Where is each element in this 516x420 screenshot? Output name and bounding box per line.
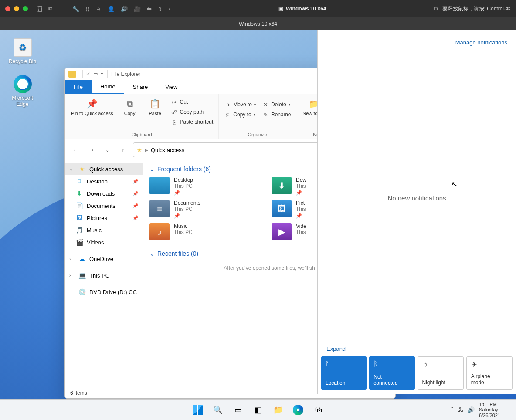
nav-history-button[interactable]: ⌄ <box>102 144 113 156</box>
sidebar-item-downloads[interactable]: ⬇Downloads📌 <box>65 187 143 200</box>
share-icon[interactable]: ⇪ <box>158 6 163 12</box>
chevron-down-icon: ⌄ <box>149 250 155 257</box>
volume-icon[interactable]: 🔊 <box>468 406 475 413</box>
tile-bluetooth[interactable]: ᛒNotconnected <box>369 356 414 390</box>
maximize-window-icon[interactable] <box>23 6 28 11</box>
file-explorer-taskbar[interactable]: 📁 <box>272 404 284 416</box>
move-to-button[interactable]: ➔Move to▾ <box>222 100 258 109</box>
copy-path-button[interactable]: ☍Copy path <box>169 108 215 116</box>
recycle-bin-label: Recycle Bin <box>6 58 39 64</box>
taskbar-clock[interactable]: 1:51 PM Saturday 6/26/2021 <box>479 402 500 418</box>
pin-icon: 📌 <box>132 215 139 221</box>
close-window-icon[interactable] <box>5 6 10 11</box>
tab-view[interactable]: View <box>156 80 186 94</box>
pictures-icon: 🖼 <box>75 214 83 222</box>
delete-button[interactable]: ✕Delete▾ <box>260 100 292 109</box>
moveto-icon: ➔ <box>224 101 231 108</box>
recycle-bin[interactable]: Recycle Bin <box>6 38 39 64</box>
pin-icon: 📌 <box>86 98 98 110</box>
panes-icon[interactable]: ⿲ <box>37 6 42 12</box>
store-taskbar[interactable]: 🛍 <box>312 404 324 416</box>
print-icon[interactable]: 🖨 <box>96 6 102 12</box>
folder-icon <box>68 71 76 78</box>
music-folder-icon: ♪ <box>149 223 170 240</box>
tile-airplane-mode[interactable]: ✈Airplanemode <box>466 356 513 390</box>
sidebar-item-quick-access[interactable]: ⌄★Quick access <box>65 163 143 175</box>
action-center-button[interactable] <box>505 406 513 413</box>
copy-to-button[interactable]: ⎘Copy to▾ <box>222 110 258 119</box>
location-icon: ⟟ <box>326 360 362 368</box>
sidebar-item-music[interactable]: 🎵Music <box>65 224 143 236</box>
wrench-icon[interactable]: 🔧 <box>72 6 79 12</box>
start-button[interactable] <box>192 404 204 416</box>
edge-icon <box>14 75 32 93</box>
search-button[interactable]: 🔍 <box>212 404 224 416</box>
pin-icon: 📌 <box>174 190 193 196</box>
sidebar-item-pictures[interactable]: 🖼Pictures📌 <box>65 212 143 224</box>
qat-newfolder-icon[interactable]: ▭ <box>93 71 98 77</box>
breadcrumb-text: Quick access <box>151 147 184 153</box>
sidebar-item-documents[interactable]: 📄Documents📌 <box>65 200 143 212</box>
copy-icon: ⧉ <box>124 98 136 110</box>
qat-dropdown-icon[interactable]: ▼ <box>100 72 104 76</box>
tile-night-light[interactable]: ☼Night light <box>418 356 464 390</box>
nav-up-button[interactable]: ↑ <box>117 144 129 156</box>
network-icon[interactable]: 🖧 <box>458 406 463 413</box>
task-view-button[interactable]: ▭ <box>232 404 244 416</box>
tab-file[interactable]: File <box>65 80 92 94</box>
nav-forward-button[interactable]: → <box>86 144 97 156</box>
no-notifications-text: No new notifications <box>387 194 446 202</box>
desktop[interactable]: Recycle Bin Microsoft Edge ☑ ▭ ▼ File Ex… <box>0 30 516 420</box>
star-icon: ★ <box>137 147 142 153</box>
copy-button[interactable]: ⧉Copy <box>119 96 141 118</box>
folder-documents[interactable]: ≡DocumentsThis PC📌 <box>149 200 263 219</box>
tray-chevron-icon[interactable]: ˆ <box>452 406 453 413</box>
manage-notifications-link[interactable]: Manage notifications <box>455 39 507 46</box>
nav-back-button[interactable]: ← <box>70 144 81 156</box>
tile-location[interactable]: ⟟Location <box>321 356 367 390</box>
star-icon: ★ <box>78 165 86 173</box>
speaker-icon[interactable]: 🔊 <box>121 6 128 12</box>
window-title: File Explorer <box>111 71 140 77</box>
downloads-folder-icon: ⬇ <box>272 177 292 194</box>
microsoft-edge[interactable]: Microsoft Edge <box>6 75 39 107</box>
pc-icon: 💻 <box>78 271 86 279</box>
onedrive-icon: ☁ <box>78 255 86 263</box>
pin-icon: 📌 <box>132 179 139 184</box>
window-traffic-lights <box>5 6 28 11</box>
code-icon[interactable]: ⟨⟩ <box>85 6 90 12</box>
tab-home[interactable]: Home <box>92 80 124 94</box>
cut-button[interactable]: ✂Cut <box>169 98 215 106</box>
edge-taskbar[interactable] <box>292 404 304 416</box>
delete-icon: ✕ <box>262 101 269 108</box>
tab-share[interactable]: Share <box>124 80 157 94</box>
video-icon: 🎬 <box>75 238 83 246</box>
paste-icon: 📋 <box>149 98 161 110</box>
pictures-folder-icon: 🖼 <box>272 200 292 217</box>
user-icon[interactable]: 👤 <box>108 6 115 12</box>
organize-group-label: Organize <box>222 131 292 138</box>
sidebar-item-onedrive[interactable]: ›☁OneDrive <box>65 253 143 265</box>
expand-button[interactable]: Expand <box>326 345 346 352</box>
disc-icon: 💿 <box>78 288 86 296</box>
camera-icon[interactable]: 🎥 <box>134 6 141 12</box>
folder-desktop[interactable]: DesktopThis PC📌 <box>149 177 263 196</box>
recycle-bin-icon <box>14 38 32 57</box>
copy-icon[interactable]: ⧉ <box>434 6 438 12</box>
pin-quick-access-button[interactable]: 📌Pin to Quick access <box>68 96 116 118</box>
vm-tab-bar[interactable]: Windows 10 x64 <box>0 17 516 30</box>
sidebar-item-this-pc[interactable]: ›💻This PC <box>65 269 143 281</box>
sidebar-item-desktop[interactable]: 🖥Desktop📌 <box>65 175 143 187</box>
edge-label: Microsoft Edge <box>6 95 39 107</box>
minimize-window-icon[interactable] <box>14 6 19 11</box>
widgets-button[interactable]: ◧ <box>252 404 264 416</box>
folder-music[interactable]: ♪MusicThis PC <box>149 223 263 240</box>
usb-icon[interactable]: ⇋ <box>147 6 152 12</box>
paste-button[interactable]: 📋Paste <box>144 96 166 118</box>
sidebar-item-dvd[interactable]: 💿DVD Drive (D:) CC <box>65 286 143 298</box>
snapshot-icon[interactable]: ⧉ <box>48 5 52 12</box>
paste-shortcut-button[interactable]: ⎘Paste shortcut <box>169 118 215 126</box>
sidebar-item-videos[interactable]: 🎬Videos <box>65 236 143 248</box>
rename-button[interactable]: ✎Rename <box>260 110 292 119</box>
qat-properties-icon[interactable]: ☑ <box>86 71 91 77</box>
